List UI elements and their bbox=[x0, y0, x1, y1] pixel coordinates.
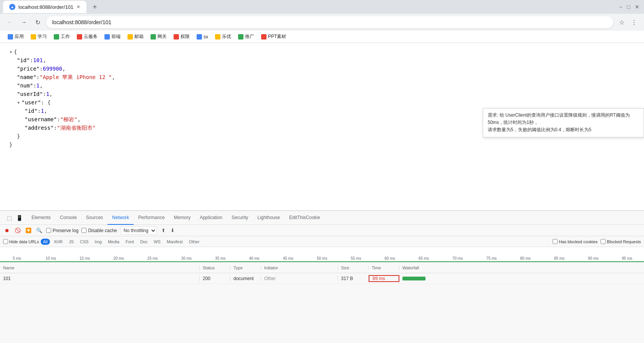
record-button[interactable]: ⏺ bbox=[3, 227, 11, 234]
bookmark-cloud[interactable]: 云服务 bbox=[74, 33, 101, 41]
json-line: } bbox=[9, 140, 635, 149]
filter-media-button[interactable]: Media bbox=[106, 239, 122, 245]
forward-button[interactable]: → bbox=[18, 17, 29, 28]
filter-img-button[interactable]: Img bbox=[93, 239, 104, 245]
td-size: 317 B bbox=[338, 276, 369, 281]
blocked-requests-checkbox[interactable] bbox=[601, 239, 606, 244]
bookmark-icon bbox=[174, 34, 179, 40]
export-button[interactable]: ⬇ bbox=[169, 227, 177, 234]
network-table-header: Name Status Type Initiator Size Time Wat… bbox=[0, 262, 644, 273]
bookmark-permissions[interactable]: 权限 bbox=[171, 33, 193, 41]
bookmark-icon bbox=[104, 34, 110, 40]
import-button[interactable]: ⬆ bbox=[160, 227, 167, 234]
timeline-label: 85 ms bbox=[542, 256, 576, 261]
bookmark-work[interactable]: 工作 bbox=[51, 33, 73, 41]
bookmark-gateway[interactable]: 网关 bbox=[147, 33, 170, 41]
filter-all-button[interactable]: All bbox=[41, 239, 50, 245]
tab-lighthouse[interactable]: Lighthouse bbox=[253, 211, 285, 225]
table-row[interactable]: 101 200 document Other 317 B 89 ms bbox=[0, 273, 644, 284]
hide-data-urls-label[interactable]: Hide data URLs bbox=[3, 239, 39, 244]
has-blocked-cookies-checkbox[interactable] bbox=[553, 239, 558, 244]
td-time: 89 ms bbox=[369, 275, 399, 282]
filter-other-button[interactable]: Other bbox=[187, 239, 202, 245]
tab-application[interactable]: Application bbox=[195, 211, 227, 225]
filter-css-button[interactable]: CSS bbox=[78, 239, 91, 245]
hide-data-urls-text: Hide data URLs bbox=[9, 239, 39, 244]
filter-doc-button[interactable]: Doc bbox=[138, 239, 150, 245]
upload-download-buttons: ⬆ ⬇ bbox=[160, 227, 177, 234]
disable-cache-label[interactable]: Disable cache bbox=[81, 228, 117, 233]
clear-button[interactable]: 🚫 bbox=[14, 227, 22, 234]
filter-font-button[interactable]: Font bbox=[123, 239, 136, 245]
json-line: "name" : "Apple 苹果 iPhone 12 " , bbox=[9, 73, 635, 81]
json-line: ▾ "user" : { bbox=[9, 98, 635, 107]
tab-editthiscookie[interactable]: EditThisCookie bbox=[285, 211, 325, 225]
bookmark-button[interactable]: ☆ bbox=[616, 17, 627, 28]
td-initiator: Other bbox=[261, 276, 338, 281]
devtools-device-button[interactable]: 📱 bbox=[15, 213, 24, 223]
hide-data-urls-checkbox[interactable] bbox=[3, 239, 8, 244]
disable-cache-text: Disable cache bbox=[88, 228, 117, 233]
preserve-log-label[interactable]: Preserve log bbox=[46, 228, 78, 233]
bookmark-frontend[interactable]: 前端 bbox=[101, 33, 124, 41]
tab-console[interactable]: Console bbox=[55, 211, 81, 225]
bookmark-leyou[interactable]: 乐优 bbox=[212, 33, 234, 41]
devtools: ⬚ 📱 Elements Console Sources Network Per… bbox=[0, 210, 644, 343]
th-initiator: Initiator bbox=[261, 265, 338, 270]
bookmark-ppt[interactable]: PPT素材 bbox=[258, 33, 289, 41]
bookmark-icon bbox=[151, 34, 156, 40]
filter-manifest-button[interactable]: Manifest bbox=[164, 239, 185, 245]
bookmark-icon bbox=[127, 34, 133, 40]
address-bar[interactable] bbox=[46, 16, 613, 28]
tab-performance[interactable]: Performance bbox=[134, 211, 169, 225]
has-blocked-cookies-label[interactable]: Has blocked cookies bbox=[553, 239, 598, 244]
tab-network[interactable]: Network bbox=[108, 211, 134, 225]
devtools-inspect-button[interactable]: ⬚ bbox=[5, 213, 14, 223]
filter-js-button[interactable]: JS bbox=[66, 239, 76, 245]
filter-right: Has blocked cookies Blocked Requests bbox=[553, 239, 641, 244]
json-content: ▾ { "id" : 101 , "price" : 699900 , "nam… bbox=[0, 43, 644, 210]
fold-arrow[interactable]: ▾ bbox=[17, 98, 22, 107]
blocked-requests-text: Blocked Requests bbox=[607, 239, 641, 244]
json-line: "userId" : 1 , bbox=[9, 90, 635, 98]
active-tab[interactable]: ● localhost:8088/order/101 ✕ bbox=[3, 1, 86, 13]
preserve-log-checkbox[interactable] bbox=[46, 228, 51, 233]
timeline-label: 75 ms bbox=[475, 256, 508, 261]
tab-sources[interactable]: Sources bbox=[81, 211, 108, 225]
fold-arrow[interactable]: ▾ bbox=[9, 48, 14, 56]
filter-xhr-button[interactable]: XHR bbox=[51, 239, 65, 245]
menu-button[interactable]: ⋮ bbox=[629, 17, 639, 28]
th-type: Type bbox=[230, 265, 261, 270]
bookmark-applications[interactable]: 应用 bbox=[5, 33, 27, 41]
tab-elements[interactable]: Elements bbox=[27, 211, 55, 225]
back-button[interactable]: ← bbox=[5, 17, 15, 28]
window-close[interactable]: ✕ bbox=[633, 4, 641, 10]
window-minimize[interactable]: − bbox=[618, 4, 624, 10]
timeline-label: 55 ms bbox=[339, 256, 373, 261]
timeline-label: 15 ms bbox=[68, 256, 102, 261]
throttle-select[interactable]: No throttling Fast 3G Slow 3G bbox=[120, 226, 157, 235]
filter-ws-button[interactable]: WS bbox=[151, 239, 163, 245]
nav-bar: ← → ↻ ☆ ⋮ bbox=[0, 14, 644, 31]
bookmark-sx[interactable]: sx bbox=[194, 33, 211, 40]
bookmark-promotion[interactable]: 推广 bbox=[235, 33, 257, 41]
tab-security[interactable]: Security bbox=[227, 211, 253, 225]
th-waterfall: Waterfall bbox=[399, 265, 644, 270]
disable-cache-checkbox[interactable] bbox=[81, 228, 86, 233]
tab-memory[interactable]: Memory bbox=[169, 211, 195, 225]
tooltip-box: 需求: 给 UserClient的查询用户接口设置降级规则，慢调用的RT阈值为5… bbox=[483, 108, 644, 137]
th-time: Time bbox=[369, 265, 399, 270]
search-button[interactable]: 🔍 bbox=[35, 227, 43, 234]
new-tab-button[interactable]: + bbox=[91, 3, 99, 12]
bookmark-study[interactable]: 学习 bbox=[28, 33, 50, 41]
tab-bar: ● localhost:8088/order/101 ✕ + − □ ✕ bbox=[0, 0, 644, 14]
filter-toggle-button[interactable]: 🔽 bbox=[25, 227, 32, 234]
timeline-label: 95 ms bbox=[610, 256, 644, 261]
blocked-requests-label[interactable]: Blocked Requests bbox=[601, 239, 641, 244]
window-maximize[interactable]: □ bbox=[626, 4, 632, 10]
bookmark-icon bbox=[54, 34, 59, 40]
bookmark-email[interactable]: 邮箱 bbox=[124, 33, 147, 41]
tab-close-button[interactable]: ✕ bbox=[76, 4, 80, 10]
network-toolbar: ⏺ 🚫 🔽 🔍 Preserve log Disable cache No th… bbox=[0, 225, 644, 236]
reload-button[interactable]: ↻ bbox=[32, 17, 43, 28]
